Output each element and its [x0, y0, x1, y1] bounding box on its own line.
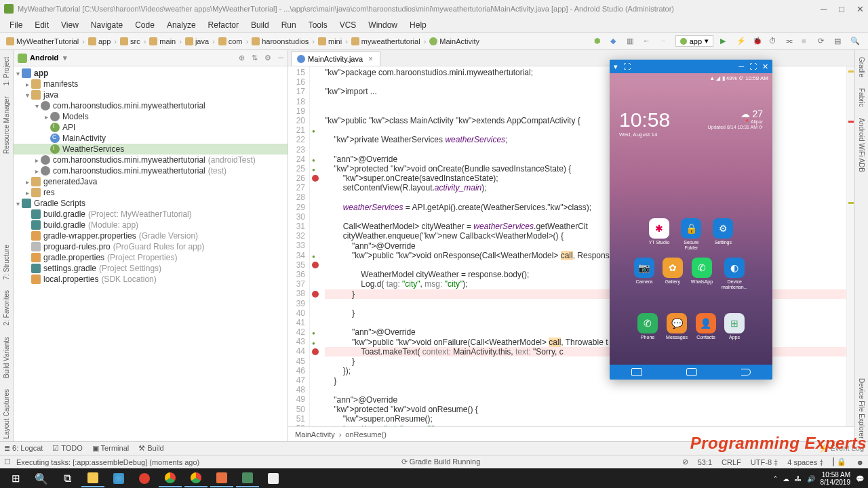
debug-icon[interactable]: 🐞: [753, 37, 762, 46]
tree-item[interactable]: ▸local.properties(SDK Location): [14, 274, 288, 285]
dock-app-icon[interactable]: 👤Contacts: [696, 313, 716, 340]
search-button[interactable]: 🔍: [30, 470, 53, 487]
toolwindow-tab[interactable]: ⚒ Build: [138, 444, 164, 453]
attach-debugger-icon[interactable]: ⫘: [785, 37, 795, 46]
tray-network-icon[interactable]: 🖧: [795, 475, 802, 483]
tree-item[interactable]: ▸generatedJava: [14, 176, 288, 187]
layout-preview-icon[interactable]: ▥: [627, 37, 636, 46]
tree-item[interactable]: ▸API: [14, 122, 288, 133]
menu-navigate[interactable]: Navigate: [85, 19, 128, 31]
stop-icon[interactable]: ■: [802, 37, 811, 46]
project-tool-tab[interactable]: 1: Project: [3, 54, 10, 88]
device-recent-button[interactable]: [631, 368, 642, 376]
profile-icon[interactable]: ⏱: [769, 37, 778, 46]
notepad-taskbar[interactable]: [262, 470, 285, 487]
event-log-tab[interactable]: ⚡ Event Log: [818, 444, 864, 453]
tray-date[interactable]: 8/14/2019: [821, 479, 851, 486]
tree-item[interactable]: ▸res: [14, 187, 288, 198]
app-icon[interactable]: ✿Gallery: [663, 258, 683, 290]
structure-tool-tab[interactable]: 7: Structure: [3, 242, 10, 283]
app-icon[interactable]: 📷Camera: [634, 258, 654, 290]
error-stripe[interactable]: [846, 66, 854, 426]
tree-item[interactable]: ▸build.gradle(Project: MyWeatherTutorial…: [14, 209, 288, 220]
tree-item[interactable]: ▸manifests: [14, 79, 288, 89]
explorer-taskbar[interactable]: [81, 470, 104, 487]
tree-item[interactable]: ▸gradle.properties(Project Properties): [14, 252, 288, 263]
tree-item[interactable]: ▾app: [14, 68, 288, 79]
editor-breadcrumb[interactable]: MainActivity › onResume(): [288, 426, 854, 441]
breadcrumb-item[interactable]: app: [86, 37, 113, 46]
tray-overflow-icon[interactable]: ˄: [774, 475, 777, 483]
search-everywhere-icon[interactable]: 🔍: [850, 37, 860, 46]
emu-zoom-icon[interactable]: ⛶: [623, 62, 631, 70]
caret-position[interactable]: 53:1: [698, 458, 712, 466]
toolwindow-tab[interactable]: ▣ Terminal: [92, 444, 129, 453]
tree-item[interactable]: ▸com.haroonstudios.mini.myweathertutoria…: [14, 155, 288, 165]
project-structure-icon[interactable]: ▤: [834, 37, 844, 46]
app-icon[interactable]: ◐Device maintenan...: [721, 258, 748, 290]
app-teal-taskbar[interactable]: [107, 470, 130, 487]
sdk-manager-icon[interactable]: ◆: [610, 37, 620, 46]
tray-time[interactable]: 10:58 AM: [821, 471, 851, 479]
device-home-screen[interactable]: 10:58 Wed, August 14 ☁ 27 📍 Alipur Updat…: [610, 83, 772, 365]
sync-gradle-icon[interactable]: ⟳: [818, 37, 827, 46]
breadcrumb-item[interactable]: com: [216, 37, 245, 46]
layout-captures-tab[interactable]: Layout Captures: [3, 386, 10, 441]
breadcrumb-item[interactable]: src: [118, 37, 142, 46]
toggle-toolwindows-icon[interactable]: ☐: [4, 458, 11, 466]
android-studio-taskbar[interactable]: [236, 470, 259, 487]
device-home-button[interactable]: [686, 368, 697, 376]
line-separator[interactable]: CRLF: [722, 458, 741, 466]
dock-app-icon[interactable]: 💬Messages: [666, 313, 688, 340]
tree-item[interactable]: ▸WeatherServices: [14, 144, 288, 155]
tree-item[interactable]: ▸settings.gradle(Project Settings): [14, 263, 288, 274]
dock-app-icon[interactable]: ⊞Apps: [724, 313, 745, 340]
breakpoint-gutter[interactable]: ●●●●●●: [310, 66, 321, 426]
tree-item[interactable]: ▸Models: [14, 111, 288, 122]
resource-manager-tab[interactable]: Resource Manager: [3, 94, 10, 157]
tree-item[interactable]: ▸gradle-wrapper.properties(Gradle Versio…: [14, 230, 288, 241]
breadcrumb-item[interactable]: mini: [316, 37, 344, 46]
editor-tab[interactable]: MainActivity.java×: [291, 52, 380, 66]
app-icon[interactable]: ✱YT Studio: [649, 218, 670, 251]
menu-code[interactable]: Code: [130, 19, 160, 31]
minimize-button[interactable]: ─: [821, 4, 827, 14]
menu-file[interactable]: File: [4, 19, 28, 31]
notifications-icon[interactable]: 💬: [856, 475, 864, 483]
dock-app-icon[interactable]: ✆Phone: [637, 313, 658, 340]
breadcrumb-item[interactable]: myweathertutorial: [349, 37, 422, 46]
app-icon[interactable]: ⚙Settings: [713, 218, 733, 251]
start-button[interactable]: ⊞: [4, 470, 27, 487]
select-opened-file-icon[interactable]: ⊕: [239, 54, 245, 62]
hide-panel-icon[interactable]: ─: [278, 54, 283, 62]
panel-settings-icon[interactable]: ⚙: [264, 54, 271, 62]
tree-item[interactable]: ▸build.gradle(Module: app): [14, 220, 288, 230]
menu-analyze[interactable]: Analyze: [161, 19, 201, 31]
menu-view[interactable]: View: [56, 19, 84, 31]
maximize-button[interactable]: □: [839, 4, 844, 14]
chrome-taskbar[interactable]: [159, 470, 182, 487]
emu-menu-icon[interactable]: ▾: [614, 62, 618, 71]
menu-window[interactable]: Window: [363, 19, 403, 31]
apply-changes-icon[interactable]: ⚡: [736, 37, 746, 46]
run-icon[interactable]: ▶: [720, 37, 730, 46]
breadcrumb-item[interactable]: main: [147, 37, 178, 46]
menu-refactor[interactable]: Refactor: [203, 19, 244, 31]
recorder-taskbar[interactable]: [210, 470, 233, 487]
toolwindow-tab[interactable]: ≣ 6: Logcat: [4, 444, 43, 453]
taskview-button[interactable]: ⧉: [56, 470, 79, 487]
device-back-button[interactable]: [741, 369, 751, 375]
favorites-tool-tab[interactable]: 2: Favorites: [3, 287, 10, 328]
tree-item[interactable]: ▸proguard-rules.pro(ProGuard Rules for a…: [14, 241, 288, 252]
tree-item[interactable]: ▾Gradle Scripts: [14, 198, 288, 209]
app-icon[interactable]: 🔒Secure Folder: [677, 218, 705, 251]
tree-item[interactable]: ▸MainActivity: [14, 133, 288, 144]
menu-edit[interactable]: Edit: [29, 19, 54, 31]
chrome2-taskbar[interactable]: [184, 470, 208, 487]
close-button[interactable]: ✕: [856, 4, 864, 14]
build-variants-tab[interactable]: Build Variants: [3, 334, 10, 381]
menu-help[interactable]: Help: [404, 19, 432, 31]
toolwindow-tab[interactable]: ☑ TODO: [52, 444, 82, 453]
gradle-tool-tab[interactable]: Gradle: [858, 54, 865, 80]
menu-build[interactable]: Build: [245, 19, 275, 31]
